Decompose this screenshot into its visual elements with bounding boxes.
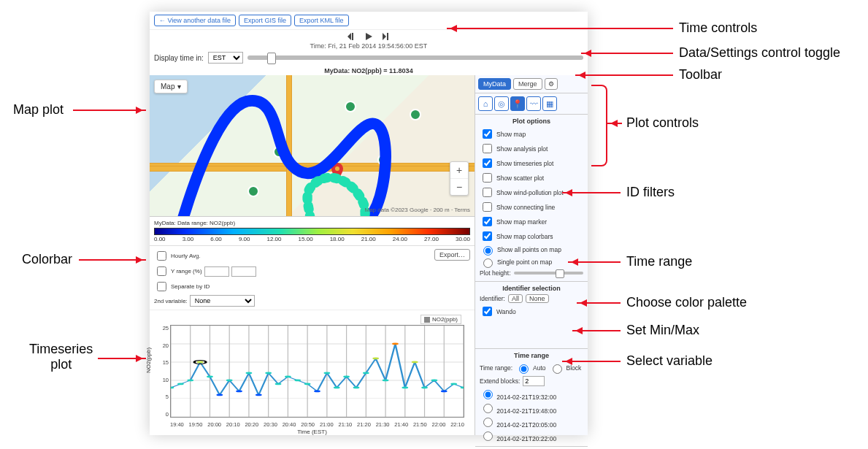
opt-show-connecting[interactable]: Show connecting line xyxy=(480,200,583,214)
tr-time-radio[interactable]: 2014-02-21T20:22:00 xyxy=(480,429,583,442)
svg-point-40 xyxy=(314,391,320,393)
merge-tab[interactable]: Merge xyxy=(513,78,542,90)
hourly-avg-checkbox[interactable]: Hourly Avg. xyxy=(154,249,256,263)
tr-extend-input[interactable] xyxy=(523,376,545,386)
playback-controls xyxy=(150,30,588,42)
arrow-icon xyxy=(568,261,621,263)
svg-point-51 xyxy=(421,387,428,389)
identifier-label: Identifier: xyxy=(480,295,505,302)
id-none-button[interactable]: None xyxy=(526,294,549,303)
opt-show-all-points[interactable]: Show all points on map xyxy=(480,244,583,256)
annot-data-settings: Data/Settings control toggle xyxy=(679,45,840,61)
arrow-icon xyxy=(73,110,146,111)
opt-show-ts[interactable]: Show timeseries plot xyxy=(480,156,583,170)
arrow-icon xyxy=(607,123,622,124)
tr-extend-label: Extend blocks: xyxy=(480,377,520,385)
arrow-icon xyxy=(577,302,621,304)
svg-point-28 xyxy=(197,361,204,364)
colorbar: MyData: Data range: NO2(ppb) 0.003.006.0… xyxy=(150,216,475,245)
identifier-panel: Identifier selection Identifier: All Non… xyxy=(475,282,588,349)
right-sidebar: MyData Merge ⚙ ⌂ ◎ 📍 〰 ▦ Plot options Sh… xyxy=(475,75,588,435)
play-icon[interactable] xyxy=(362,31,375,42)
arrow-icon xyxy=(447,28,673,29)
opt-show-scatter[interactable]: Show scatter plot xyxy=(480,171,583,185)
step-back-icon[interactable] xyxy=(345,31,358,42)
separate-by-id-checkbox[interactable]: Separate by ID xyxy=(154,280,256,293)
export-kml-button[interactable]: Export KML file xyxy=(294,15,349,26)
yrange-checkbox[interactable]: Y range (%) xyxy=(154,264,256,278)
svg-point-53 xyxy=(441,391,448,393)
tz-select[interactable]: ESTUTCLocal xyxy=(208,52,243,64)
annot-choose-palette: Choose color palette xyxy=(626,295,747,310)
current-location-marker-icon xyxy=(331,163,343,180)
map-plot[interactable]: Map ▾ xyxy=(150,75,475,216)
settings-button[interactable]: ⚙ xyxy=(545,78,558,90)
map-attribution: Map data ©2023 Google · 200 m · Terms xyxy=(365,207,471,213)
svg-point-52 xyxy=(431,380,437,382)
grid-icon[interactable]: ▦ xyxy=(542,96,557,111)
timerange-label: Time range: xyxy=(480,364,512,372)
svg-point-42 xyxy=(334,387,340,389)
opt-show-colorbars[interactable]: Show map colorbars xyxy=(480,229,583,243)
annot-select-variable: Select variable xyxy=(626,353,713,369)
view-another-button[interactable]: ← View another data file xyxy=(154,15,236,26)
chevron-down-icon: ▾ xyxy=(177,82,181,91)
time-slider[interactable] xyxy=(247,55,583,60)
svg-point-36 xyxy=(275,383,282,385)
tr-auto-radio[interactable]: Auto xyxy=(515,362,546,374)
pin-icon[interactable]: 📍 xyxy=(510,96,525,111)
svg-point-48 xyxy=(392,343,399,345)
svg-point-37 xyxy=(285,376,291,378)
svg-point-30 xyxy=(216,394,223,396)
line-icon[interactable]: 〰 xyxy=(526,96,541,111)
plot-options-title: Plot options xyxy=(480,118,583,125)
svg-point-27 xyxy=(187,380,193,382)
annot-ts-plot: Timeseries plot xyxy=(29,342,93,372)
tr-time-radio[interactable]: 2014-02-21T20:05:00 xyxy=(480,415,583,429)
tr-time-radio[interactable]: 2014-02-21T19:32:00 xyxy=(480,388,583,401)
arrow-icon xyxy=(575,74,673,76)
svg-point-38 xyxy=(294,380,301,382)
ts-chart-area xyxy=(170,325,464,418)
zoom-out-button[interactable]: − xyxy=(450,179,468,195)
timeseries-plot[interactable]: NO2(ppb) NO2(ppb) 2520151050 19:4019:502… xyxy=(150,310,475,435)
map-readout: MyData: NO2(ppb) = 11.8034 xyxy=(150,66,588,75)
ts-yticks: 2520151050 xyxy=(155,325,169,418)
second-variable-select[interactable]: 2nd variable:NoneCO(ppb)NO2(ppb)Carspeed… xyxy=(154,295,256,307)
target-icon[interactable]: ◎ xyxy=(494,96,509,111)
svg-point-29 xyxy=(207,376,213,378)
svg-point-46 xyxy=(372,358,379,360)
svg-point-50 xyxy=(412,361,418,364)
arrow-icon xyxy=(581,53,673,54)
plot-height-row: Plot height: xyxy=(480,269,583,277)
annot-time-controls: Time controls xyxy=(679,20,757,36)
timeseries-options: Hourly Avg. Y range (%) Separate by ID 2… xyxy=(150,245,475,310)
annot-plot-controls: Plot controls xyxy=(626,115,699,131)
annot-map-plot: Map plot xyxy=(13,102,64,118)
opt-show-analysis[interactable]: Show analysis plot xyxy=(480,142,583,156)
zoom-in-button[interactable]: + xyxy=(450,162,468,179)
ts-export-button[interactable]: Export… xyxy=(434,249,470,261)
svg-point-54 xyxy=(450,383,457,385)
ts-legend: NO2(ppb) xyxy=(420,315,461,324)
id-all-button[interactable]: All xyxy=(508,294,523,303)
id-wando-checkbox[interactable]: Wando xyxy=(480,304,583,318)
arrow-icon xyxy=(562,192,621,193)
tr-time-radio[interactable]: 2014-02-21T19:48:00 xyxy=(480,402,583,415)
export-gis-button[interactable]: Export GIS file xyxy=(239,15,291,26)
map-type-dropdown[interactable]: Map ▾ xyxy=(154,80,188,93)
opt-show-map[interactable]: Show map xyxy=(480,127,583,141)
plot-options-panel: Plot options Show map Show analysis plot… xyxy=(475,115,588,282)
plot-height-slider[interactable] xyxy=(514,272,583,275)
toolbar: ⌂ ◎ 📍 〰 ▦ xyxy=(475,93,588,115)
colorbar-label: MyData: Data range: NO2(ppb) xyxy=(154,220,470,226)
mydata-tab[interactable]: MyData xyxy=(478,78,511,90)
annot-toolbar: Toolbar xyxy=(679,67,722,82)
opt-show-marker[interactable]: Show map marker xyxy=(480,215,583,229)
arrow-icon xyxy=(79,259,146,261)
colorbar-ticks: 0.003.006.009.0012.0015.0018.0021.0024.0… xyxy=(154,236,470,242)
time-slider-thumb[interactable] xyxy=(267,53,276,64)
arrow-icon xyxy=(98,358,146,359)
home-icon[interactable]: ⌂ xyxy=(478,96,493,111)
step-forward-icon[interactable] xyxy=(380,31,393,42)
